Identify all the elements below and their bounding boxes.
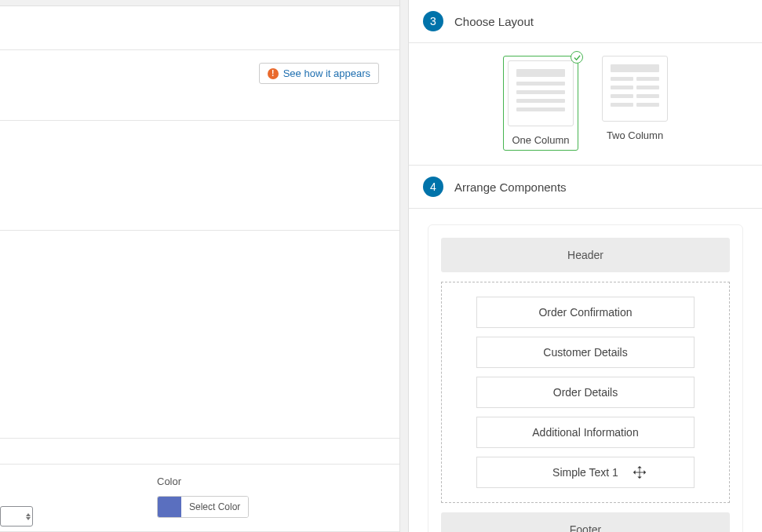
step-title: Arrange Components bbox=[454, 180, 567, 194]
move-cursor-icon bbox=[633, 465, 647, 479]
layout-preview-two-column bbox=[602, 56, 668, 122]
left-panel: ! See how it appears Color Select Color bbox=[0, 0, 400, 532]
section-1 bbox=[0, 6, 399, 50]
component-simple-text-1[interactable]: Simple Text 1 bbox=[476, 457, 695, 488]
right-panel: 3 Choose Layout One Column bbox=[400, 0, 762, 532]
layout-option-two-column[interactable]: Two Column bbox=[602, 56, 668, 151]
color-swatch bbox=[158, 497, 181, 517]
section-3 bbox=[0, 121, 399, 231]
spinner-icon bbox=[26, 513, 31, 520]
component-order-details[interactable]: Order Details bbox=[476, 377, 695, 408]
header-block: Header bbox=[441, 238, 730, 272]
component-additional-information[interactable]: Additional Information bbox=[476, 417, 695, 448]
section-2: ! See how it appears bbox=[0, 50, 399, 121]
right-inner: 3 Choose Layout One Column bbox=[408, 0, 762, 532]
color-field-label: Color bbox=[157, 476, 399, 487]
step-header-layout: 3 Choose Layout bbox=[409, 0, 762, 43]
step-title: Choose Layout bbox=[454, 15, 534, 28]
layout-label: Two Column bbox=[607, 129, 663, 141]
arrange-container: Header Order Confirmation Customer Detai… bbox=[428, 224, 743, 532]
component-label: Simple Text 1 bbox=[552, 466, 618, 479]
alert-icon: ! bbox=[268, 68, 279, 79]
numeric-stepper[interactable] bbox=[0, 506, 33, 527]
layout-options: One Column Two Column bbox=[409, 43, 762, 165]
arrange-body: Header Order Confirmation Customer Detai… bbox=[409, 209, 762, 532]
section-color: Color Select Color bbox=[0, 465, 399, 532]
checkmark-icon bbox=[571, 51, 583, 64]
see-how-label: See how it appears bbox=[283, 67, 370, 79]
app-container: ! See how it appears Color Select Color … bbox=[0, 0, 762, 532]
components-drop-zone[interactable]: Order Confirmation Customer Details Orde… bbox=[441, 282, 730, 503]
footer-block: Footer bbox=[441, 512, 730, 532]
layout-option-one-column[interactable]: One Column bbox=[503, 56, 578, 151]
color-picker-button[interactable]: Select Color bbox=[157, 496, 249, 518]
step-number-badge: 4 bbox=[423, 177, 443, 197]
see-how-appears-button[interactable]: ! See how it appears bbox=[259, 63, 379, 84]
step-number-badge: 3 bbox=[423, 11, 443, 31]
select-color-label: Select Color bbox=[181, 497, 248, 517]
top-spacer bbox=[0, 0, 399, 6]
layout-preview-one-column bbox=[508, 60, 574, 126]
component-customer-details[interactable]: Customer Details bbox=[476, 337, 695, 368]
component-order-confirmation[interactable]: Order Confirmation bbox=[476, 297, 695, 328]
section-5 bbox=[0, 439, 399, 465]
step-header-arrange: 4 Arrange Components bbox=[409, 165, 762, 209]
layout-label: One Column bbox=[512, 134, 570, 146]
section-4 bbox=[0, 231, 399, 439]
